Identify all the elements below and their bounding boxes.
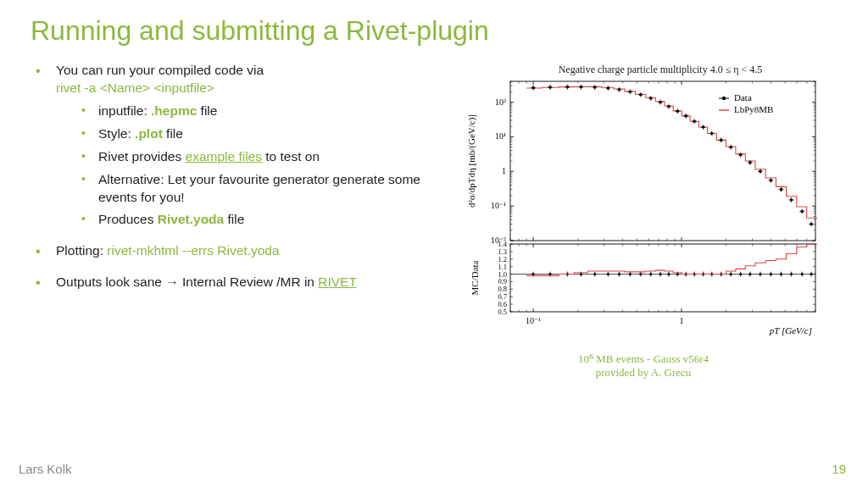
bullet-outputs: Outputs look sane → Internal Review /MR …: [31, 274, 446, 291]
svg-text:1.1: 1.1: [498, 263, 507, 271]
author-footer: Lars Kolk: [19, 462, 72, 476]
svg-text:LbPy8MB: LbPy8MB: [734, 104, 773, 114]
svg-text:Data: Data: [734, 92, 752, 103]
chart-figure: Negative charge particle multiplicity 4.…: [461, 62, 826, 380]
right-arrow-icon: →: [165, 274, 179, 289]
bullet-plotting: Plotting: rivet-mkhtml --errs Rivet.yoda: [31, 242, 446, 260]
page-number: 19: [832, 462, 846, 476]
svg-text:1.0: 1.0: [498, 270, 507, 279]
svg-text:0.7: 0.7: [498, 292, 507, 301]
chart-title: Negative charge particle multiplicity 4.…: [461, 62, 826, 78]
svg-text:10⁻¹: 10⁻¹: [491, 201, 506, 210]
svg-text:1: 1: [680, 316, 684, 325]
svg-text:1.2: 1.2: [498, 255, 507, 263]
chart-caption: 10⁶ MB events - Gauss v56r4 provided by …: [461, 352, 826, 380]
bullet-run: You can run your compiled code via rivet…: [31, 62, 446, 229]
sub-style: Style: .plot file: [80, 125, 446, 143]
svg-text:0.5: 0.5: [498, 308, 507, 316]
sub-alternative: Alternative: Let your favourite generato…: [80, 171, 446, 207]
sub-example: Rivet provides example files to test on: [80, 148, 446, 166]
svg-text:1: 1: [502, 166, 506, 175]
svg-text:1.3: 1.3: [498, 247, 507, 256]
example-files-link[interactable]: example files: [186, 149, 262, 164]
svg-text:0.8: 0.8: [498, 285, 507, 293]
svg-text:1.4: 1.4: [498, 240, 507, 248]
svg-text:10¹: 10¹: [495, 131, 506, 141]
svg-text:0.6: 0.6: [498, 300, 507, 308]
svg-text:d²σ/dpTdη [mb/(GeV/c)]: d²σ/dpTdη [mb/(GeV/c)]: [466, 114, 477, 208]
sub-inputfile: inputfile: .hepmc file: [80, 103, 446, 120]
sub-produces: Produces Rivet.yoda file: [80, 211, 446, 229]
page-title: Running and submitting a Rivet-plugin: [0, 0, 868, 47]
svg-rect-1: [510, 244, 815, 312]
svg-text:10⁻¹: 10⁻¹: [526, 316, 541, 325]
rivet-link[interactable]: RIVET: [318, 274, 357, 289]
svg-text:10²: 10²: [495, 97, 506, 107]
svg-text:0.9: 0.9: [498, 277, 507, 286]
body-text: You can run your compiled code via rivet…: [31, 62, 446, 380]
svg-text:pT [GeV/c]: pT [GeV/c]: [769, 325, 812, 336]
svg-text:MC/Data: MC/Data: [470, 260, 480, 295]
